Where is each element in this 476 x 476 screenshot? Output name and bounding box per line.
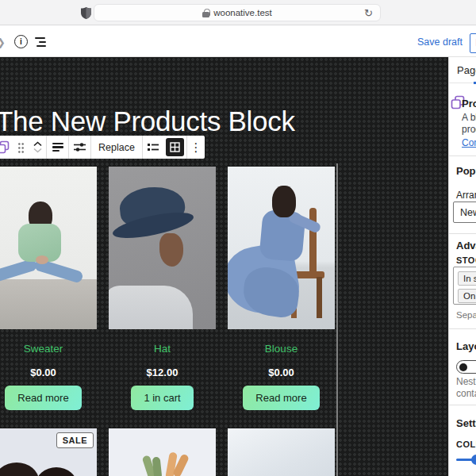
align-icon xyxy=(52,141,63,154)
in-cart-button[interactable]: 1 in cart xyxy=(131,386,193,410)
editor-topbar xyxy=(0,25,476,57)
columns-slider-thumb[interactable] xyxy=(471,455,476,465)
content-width-toggle[interactable] xyxy=(456,360,476,374)
screenshot-root: woonative.test ↻ ❯ i Save draft Publish … xyxy=(0,0,476,476)
move-down-icon xyxy=(33,148,42,153)
details-info-icon[interactable]: i xyxy=(14,35,28,48)
toggle-knob xyxy=(459,363,467,371)
scene-hair xyxy=(272,186,296,217)
url-value: woonative.test xyxy=(213,8,272,17)
options-kebab-button[interactable]: ⋮ xyxy=(187,136,205,159)
scene-chair-back xyxy=(309,208,317,278)
redo-icon-fragment[interactable]: ❯ xyxy=(0,36,6,48)
grid-layout-icon xyxy=(170,142,180,152)
list-layout-button[interactable] xyxy=(143,136,163,159)
scene-body xyxy=(109,286,193,329)
product-price: $0.00 xyxy=(0,367,97,378)
drag-dots-icon xyxy=(17,142,25,153)
product-image-plain[interactable] xyxy=(228,428,335,476)
scene-hair xyxy=(0,463,39,476)
advanced-filters-header[interactable]: Advanced Filters xyxy=(456,240,476,251)
scene-hands xyxy=(36,255,48,264)
sliders-icon xyxy=(74,142,86,152)
read-more-button[interactable]: Read more xyxy=(243,386,319,410)
product-title: Sweater xyxy=(0,343,97,355)
product-image-socks[interactable] xyxy=(109,428,216,476)
layout-header[interactable]: Layout xyxy=(456,340,476,352)
sidebar-divider xyxy=(449,233,476,234)
product-title: Blouse xyxy=(228,343,335,355)
scene-face xyxy=(159,233,183,267)
product-title: Hat xyxy=(109,343,216,355)
block-card-link[interactable]: Convert to Product Collection xyxy=(462,137,476,148)
display-settings-button[interactable] xyxy=(69,136,90,159)
browser-toolbar: woonative.test ↻ xyxy=(0,0,476,25)
block-card-description: A block that displays a selection of pro… xyxy=(462,112,476,136)
url-text: woonative.test xyxy=(202,8,272,17)
post-title[interactable]: The New Products Block xyxy=(0,106,295,137)
settings-sidebar: Page Products (Beta) A block that displa… xyxy=(448,57,476,476)
publish-button[interactable]: Publish xyxy=(470,33,476,53)
stock-status-label: STOCK STATUS xyxy=(456,255,476,265)
privacy-shield-icon[interactable] xyxy=(81,7,91,19)
sidebar-divider xyxy=(449,405,476,405)
save-draft-button[interactable]: Save draft xyxy=(417,36,463,48)
token-help-text: Separate with commas or the Enter key. xyxy=(456,310,476,320)
layout-help-text: Nested blocks will fill the width of thi… xyxy=(456,376,476,400)
arrange-label: Arrange products by xyxy=(456,190,476,201)
stock-token[interactable]: On backorder xyxy=(458,289,476,303)
product-price: $12.00 xyxy=(109,367,216,378)
sale-badge: SALE xyxy=(56,432,94,448)
scene-floor xyxy=(0,279,97,329)
editor-canvas: The New Products Block xyxy=(0,57,448,476)
columns-slider[interactable] xyxy=(456,459,476,461)
scene-hair xyxy=(36,467,77,476)
list-layout-icon xyxy=(148,143,159,152)
sidebar-divider xyxy=(449,155,476,156)
product-image-sweater[interactable] xyxy=(0,167,97,329)
move-up-icon xyxy=(33,141,42,147)
lock-icon xyxy=(202,9,209,17)
settings-header[interactable]: Settings xyxy=(456,417,476,429)
block-edge-line xyxy=(336,163,338,476)
drag-handle[interactable] xyxy=(13,136,29,159)
align-button[interactable] xyxy=(47,136,68,159)
grid-layout-button-active[interactable] xyxy=(163,136,186,159)
list-view-icon[interactable] xyxy=(35,37,47,47)
stock-status-token-field[interactable]: In stock On backorder xyxy=(453,267,476,305)
columns-label: COLUMNS xyxy=(456,440,476,449)
block-card-title: Products (Beta) xyxy=(462,98,476,109)
block-movers[interactable] xyxy=(29,136,46,159)
block-type-button[interactable] xyxy=(0,136,13,159)
address-bar[interactable]: woonative.test ↻ xyxy=(94,4,381,21)
arrange-select[interactable]: Newest products first xyxy=(453,202,476,223)
stock-token[interactable]: In stock xyxy=(458,271,476,286)
block-toolbar: Replace ⋮ xyxy=(0,136,205,159)
products-block-icon xyxy=(0,140,10,154)
reload-icon[interactable]: ↻ xyxy=(364,8,373,19)
tab-page[interactable]: Page xyxy=(457,64,476,76)
read-more-button[interactable]: Read more xyxy=(5,386,81,410)
product-image-blouse[interactable] xyxy=(228,167,335,329)
scene-chair-leg xyxy=(317,277,322,318)
product-image-hat[interactable] xyxy=(109,167,216,329)
replace-button[interactable]: Replace xyxy=(91,136,142,159)
sidebar-tabs: Page xyxy=(449,57,476,83)
popular-filters-header[interactable]: Popular filters xyxy=(456,165,476,177)
scene-sock-green xyxy=(152,457,163,476)
product-image-sale-item[interactable]: SALE xyxy=(0,428,97,476)
product-price: $0.00 xyxy=(228,367,335,378)
sidebar-divider xyxy=(449,328,476,329)
